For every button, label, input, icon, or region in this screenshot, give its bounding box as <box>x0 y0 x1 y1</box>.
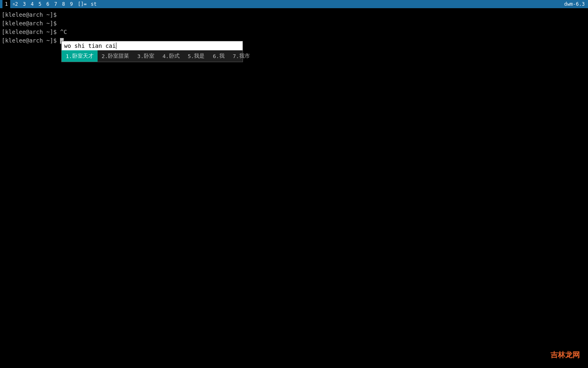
ime-candidate-5[interactable]: 5. 我是 <box>184 50 209 62</box>
ime-candidate-4-text: 卧式 <box>169 52 180 60</box>
ime-candidate-3[interactable]: 3. 卧室 <box>133 50 158 62</box>
ime-candidate-6[interactable]: 6. 我 <box>209 50 229 62</box>
ime-candidate-7-index: 7. <box>233 53 239 59</box>
tag-9-label: 9 <box>70 1 73 7</box>
ime-candidate-4[interactable]: 4. 卧式 <box>158 50 184 62</box>
ime-candidate-1-index: 1. <box>66 53 72 59</box>
ime-text-cursor <box>116 43 116 49</box>
tag-3-label: 3 <box>23 1 26 7</box>
tag-8-label: 8 <box>62 1 65 7</box>
ime-candidate-3-text: 卧室 <box>144 52 154 60</box>
tag-5-label: 5 <box>38 1 41 7</box>
ime-input-text: wo shi tian cai <box>64 43 116 49</box>
ime-candidate-2[interactable]: 2. 卧室甜菜 <box>98 50 134 62</box>
term-line-1: [klelee@arch ~]$ <box>2 11 586 19</box>
ime-candidate-7[interactable]: 7. 我市 <box>229 50 254 62</box>
tag-1[interactable]: 1 <box>2 0 10 8</box>
ime-candidate-5-index: 5. <box>188 53 194 59</box>
ime-candidate-6-index: 6. <box>213 53 219 59</box>
tag-4-label: 4 <box>31 1 33 7</box>
tag-9[interactable]: 9 <box>67 0 75 8</box>
ime-candidate-5-text: 我是 <box>194 52 205 60</box>
ime-candidates: 1. 卧室天才 2. 卧室甜菜 3. 卧室 4. 卧式 5. 我是 6. 我 7… <box>62 50 243 62</box>
ime-candidate-2-text: 卧室甜菜 <box>108 52 129 60</box>
topbar-title: st <box>91 1 96 7</box>
ime-candidate-4-index: 4. <box>163 53 169 59</box>
layout-indicator: []= <box>76 1 89 7</box>
ime-candidate-3-index: 3. <box>137 53 144 59</box>
tag-8[interactable]: 8 <box>60 0 67 8</box>
ime-candidate-2-index: 2. <box>102 53 108 59</box>
topbar: 1 n2 3 4 5 6 7 8 9 []= st dwm-6.3 <box>0 0 588 8</box>
tag-6[interactable]: 6 <box>44 0 52 8</box>
ime-input-row: wo shi tian cai <box>62 41 243 50</box>
tag-6-label: 6 <box>47 1 49 7</box>
tag-7[interactable]: 7 <box>52 0 60 8</box>
tag-4[interactable]: 4 <box>28 0 36 8</box>
topbar-right-text: dwm-6.3 <box>564 0 585 8</box>
tag-2-label: 2 <box>15 1 18 7</box>
term-line-2: [klelee@arch ~]$ <box>2 19 586 28</box>
ime-candidate-6-text: 我 <box>219 52 225 60</box>
tag-1-label: 1 <box>5 1 8 7</box>
ime-candidate-1-text: 卧室天才 <box>72 52 94 60</box>
term-line-3: [klelee@arch ~]$ ^C <box>2 28 586 36</box>
ime-candidate-1[interactable]: 1. 卧室天才 <box>62 50 98 62</box>
ime-popup: wo shi tian cai 1. 卧室天才 2. 卧室甜菜 3. 卧室 4.… <box>61 41 243 62</box>
tag-2[interactable]: n2 <box>10 0 20 8</box>
tag-7-label: 7 <box>54 1 57 7</box>
watermark: 吉林龙网 <box>550 350 580 360</box>
tag-3[interactable]: 3 <box>20 0 28 8</box>
ime-candidate-7-text: 我市 <box>239 52 250 60</box>
tag-5[interactable]: 5 <box>36 0 44 8</box>
